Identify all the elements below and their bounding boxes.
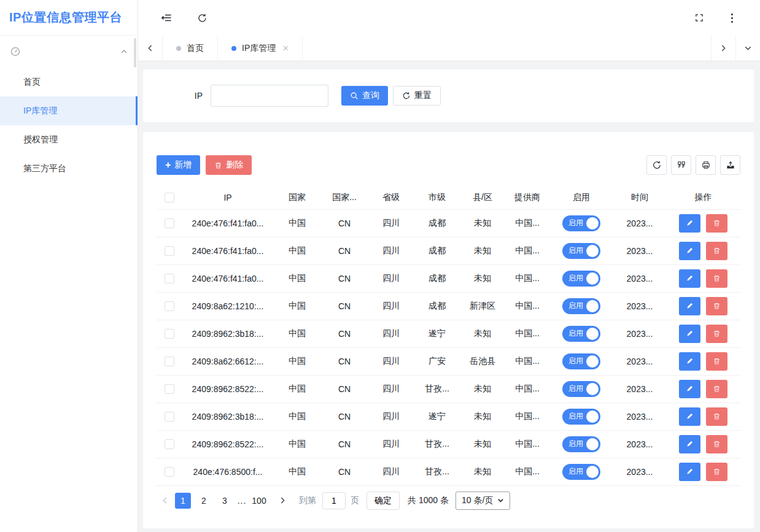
- query-button[interactable]: 查询: [341, 86, 388, 106]
- tabs-scroll-right-button[interactable]: [711, 36, 735, 61]
- cell-provider: 中国...: [505, 209, 549, 237]
- enable-toggle[interactable]: 启用: [562, 353, 600, 369]
- enable-toggle[interactable]: 启用: [562, 464, 600, 480]
- fullscreen-button[interactable]: [694, 13, 704, 23]
- print-button[interactable]: [696, 155, 716, 175]
- dashboard-icon: [10, 46, 21, 57]
- page-button-3[interactable]: 3: [217, 493, 233, 509]
- enable-toggle[interactable]: 启用: [562, 381, 600, 397]
- enable-toggle[interactable]: 启用: [562, 326, 600, 342]
- sidebar-item-authorization[interactable]: 授权管理: [0, 125, 138, 154]
- edit-button[interactable]: [679, 463, 700, 481]
- row-checkbox[interactable]: [165, 384, 174, 394]
- page-ellipsis[interactable]: ...: [235, 496, 249, 506]
- enable-toggle[interactable]: 启用: [562, 271, 600, 287]
- next-page-button[interactable]: [274, 493, 290, 509]
- tabs-menu-button[interactable]: [735, 36, 760, 61]
- export-button[interactable]: [720, 155, 740, 175]
- edit-button[interactable]: [679, 214, 700, 233]
- confirm-goto-button[interactable]: 确定: [366, 492, 400, 510]
- page-button-2[interactable]: 2: [196, 493, 212, 509]
- trash-icon: [713, 440, 721, 448]
- app-window: IP位置信息管理平台 首页 IP库管理 授权管理 第三方平台: [0, 0, 760, 532]
- tabs-scroll-left-button[interactable]: [138, 36, 163, 61]
- app-logo: IP位置信息管理平台: [0, 0, 138, 36]
- add-button[interactable]: + 新增: [157, 155, 200, 175]
- row-checkbox[interactable]: [165, 467, 174, 477]
- delete-button[interactable]: [706, 214, 727, 233]
- cell-city: 甘孜...: [414, 430, 460, 458]
- page-button-1[interactable]: 1: [175, 493, 191, 509]
- batch-delete-button[interactable]: 删除: [206, 155, 252, 175]
- delete-button[interactable]: [706, 242, 727, 260]
- reset-button[interactable]: 重置: [393, 86, 441, 106]
- refresh-page-button[interactable]: [197, 13, 207, 23]
- search-icon: [350, 91, 359, 100]
- sidebar-item-third-party[interactable]: 第三方平台: [0, 154, 138, 183]
- enable-toggle[interactable]: 启用: [562, 298, 600, 314]
- table-row: 240e:476:f41:fa0... 中国 CN 四川 成都 未知 中国...…: [157, 237, 740, 264]
- tab-ip-library[interactable]: IP库管理 ×: [218, 36, 303, 61]
- columns-icon: [677, 160, 686, 170]
- cell-country: 中国: [273, 458, 321, 485]
- edit-button[interactable]: [679, 352, 700, 371]
- toggle-knob-icon: [586, 383, 599, 395]
- delete-button[interactable]: [706, 297, 727, 315]
- column-settings-button[interactable]: [671, 155, 691, 175]
- collapse-sidebar-button[interactable]: [160, 12, 173, 24]
- row-checkbox[interactable]: [165, 274, 174, 283]
- edit-button[interactable]: [679, 407, 700, 426]
- page-button-100[interactable]: 100: [251, 493, 267, 509]
- goto-page-input[interactable]: [322, 492, 346, 509]
- cell-province: 四川: [368, 320, 414, 347]
- delete-button[interactable]: [706, 352, 727, 371]
- delete-button[interactable]: [706, 407, 727, 426]
- table-row: 2409:8962:8522:... 中国 CN 四川 甘孜... 未知 中国.…: [157, 375, 740, 403]
- delete-button[interactable]: [706, 380, 727, 398]
- enable-toggle[interactable]: 启用: [562, 436, 600, 452]
- row-checkbox[interactable]: [165, 439, 174, 449]
- sidebar-scrollbar[interactable]: [134, 38, 136, 67]
- trash-icon: [713, 357, 721, 365]
- sidebar-group-header[interactable]: [0, 36, 138, 67]
- sidebar-item-ip-library[interactable]: IP库管理: [0, 96, 138, 125]
- refresh-table-button[interactable]: [646, 155, 667, 175]
- edit-button[interactable]: [679, 297, 700, 315]
- row-checkbox[interactable]: [165, 246, 174, 256]
- row-checkbox[interactable]: [165, 301, 174, 311]
- pencil-icon: [686, 302, 694, 310]
- ip-table: IP 国家 国家... 省级 市级 县/区 提供商 启用 时间 操作: [157, 186, 740, 486]
- enable-toggle[interactable]: 启用: [562, 409, 600, 425]
- cell-country: 中国: [273, 264, 321, 292]
- row-checkbox[interactable]: [165, 412, 174, 422]
- delete-button[interactable]: [706, 269, 727, 288]
- prev-page-button[interactable]: [157, 493, 173, 509]
- row-checkbox[interactable]: [165, 218, 174, 228]
- more-options-button[interactable]: [731, 13, 733, 23]
- ip-search-input[interactable]: [211, 85, 328, 107]
- edit-button[interactable]: [679, 435, 700, 453]
- header-time: 时间: [613, 186, 666, 209]
- cell-time: 2023...: [613, 209, 666, 237]
- edit-button[interactable]: [679, 242, 700, 260]
- delete-button[interactable]: [706, 435, 727, 453]
- pencil-icon: [686, 330, 694, 337]
- row-checkbox[interactable]: [165, 329, 174, 339]
- page-size-select[interactable]: 10 条/页: [456, 492, 510, 510]
- delete-button[interactable]: [706, 325, 727, 343]
- enable-toggle[interactable]: 启用: [562, 215, 600, 231]
- tab-home[interactable]: 首页: [163, 36, 218, 61]
- select-all-checkbox[interactable]: [165, 193, 174, 202]
- delete-button[interactable]: [706, 463, 727, 481]
- edit-button[interactable]: [679, 380, 700, 398]
- enable-toggle[interactable]: 启用: [562, 243, 600, 259]
- sidebar-item-home[interactable]: 首页: [0, 67, 138, 96]
- table-row: 2409:8962:3b18:... 中国 CN 四川 遂宁 未知 中国... …: [157, 320, 740, 347]
- edit-button[interactable]: [679, 325, 700, 343]
- cell-country: 中国: [273, 237, 321, 264]
- cell-province: 四川: [368, 347, 414, 375]
- row-checkbox[interactable]: [165, 357, 174, 366]
- cell-district: 未知: [460, 209, 505, 237]
- edit-button[interactable]: [679, 269, 700, 288]
- tab-close-icon[interactable]: ×: [282, 43, 289, 53]
